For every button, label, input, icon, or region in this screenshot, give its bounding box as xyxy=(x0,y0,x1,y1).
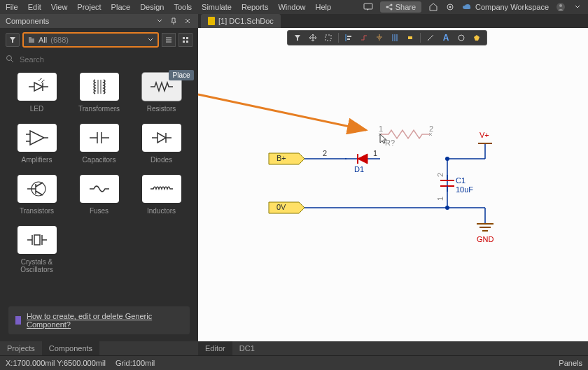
gnd-icon[interactable] xyxy=(372,31,386,44)
filter-row: All (688) xyxy=(0,28,198,52)
menu-window[interactable]: Window xyxy=(278,3,305,11)
menu-edit[interactable]: Edit xyxy=(28,3,41,11)
menu-place[interactable]: Place xyxy=(111,3,131,11)
polygon-icon[interactable] xyxy=(470,31,484,44)
close-icon[interactable] xyxy=(183,16,192,26)
svg-rect-17 xyxy=(15,316,21,325)
menu-reports[interactable]: Reports xyxy=(241,3,269,11)
component-inductors[interactable]: Inductors xyxy=(133,172,190,218)
bus-icon[interactable] xyxy=(388,31,402,44)
schematic-canvas[interactable]: 1 2 R? B+ 2 1 D1 0V xyxy=(198,28,588,341)
component-label: Diodes xyxy=(150,156,172,164)
line-icon[interactable] xyxy=(424,31,438,44)
menu-simulate[interactable]: Simulate xyxy=(202,3,232,11)
wire-icon[interactable] xyxy=(357,31,371,44)
filter-icon[interactable] xyxy=(6,33,20,47)
gear-icon[interactable] xyxy=(445,2,455,12)
move-icon[interactable] xyxy=(306,31,320,44)
menu-help[interactable]: Help xyxy=(316,3,332,11)
search-row xyxy=(0,52,198,70)
component-transformers[interactable]: Transformers xyxy=(71,70,127,115)
component-crystals[interactable]: Crystals & Oscillators xyxy=(8,223,65,276)
menu-view[interactable]: View xyxy=(51,3,68,11)
select-icon[interactable] xyxy=(321,31,335,44)
svg-rect-10 xyxy=(183,37,185,39)
menu-file[interactable]: File xyxy=(6,3,18,11)
chevron-down-icon[interactable] xyxy=(573,2,582,12)
component-label: Transformers xyxy=(78,105,120,113)
cursor-icon xyxy=(377,133,388,145)
tab-dc1[interactable]: DC1 xyxy=(232,341,262,355)
svg-rect-12 xyxy=(183,41,185,43)
svg-rect-49 xyxy=(408,36,412,39)
svg-rect-13 xyxy=(186,41,188,43)
canvas-area: [1] DC1.SchDoc 1 2 R? B+ xyxy=(198,14,588,341)
component-label: Crystals & Oscillators xyxy=(8,258,65,273)
component-icon[interactable] xyxy=(403,31,417,44)
port-0v[interactable] xyxy=(268,201,306,214)
comment-icon[interactable] xyxy=(363,2,373,12)
search-input[interactable] xyxy=(20,55,192,64)
component-transistors[interactable]: Transistors xyxy=(8,172,65,218)
help-link[interactable]: How to create, edit or delete Generic Co… xyxy=(8,306,190,334)
share-button[interactable]: Share xyxy=(380,1,421,13)
component-fuses[interactable]: Fuses xyxy=(71,172,127,218)
svg-line-50 xyxy=(428,35,433,41)
components-panel: Components All (688) xyxy=(0,14,198,341)
component-led[interactable]: LED xyxy=(8,70,65,115)
workspace-label: Company Workspace xyxy=(475,3,549,11)
menu-tools[interactable]: Tools xyxy=(174,3,192,11)
doc-tab-label: [1] DC1.SchDoc xyxy=(218,17,274,25)
svg-point-5 xyxy=(449,6,451,8)
tab-editor[interactable]: Editor xyxy=(198,341,232,355)
menu-project[interactable]: Project xyxy=(77,3,101,11)
list-view-icon[interactable] xyxy=(162,33,176,47)
circle-icon[interactable] xyxy=(454,31,468,44)
panel-dropdown-icon[interactable] xyxy=(155,16,164,26)
svg-rect-41 xyxy=(347,38,350,40)
svg-rect-16 xyxy=(34,235,40,245)
d1-pin1: 1 xyxy=(373,149,377,157)
share-label: Share xyxy=(396,3,416,11)
category-count: (688) xyxy=(50,36,69,44)
component-amplifiers[interactable]: Amplifiers xyxy=(8,121,65,166)
svg-line-18 xyxy=(198,94,366,130)
home-icon[interactable] xyxy=(428,2,438,12)
cloud-icon xyxy=(462,3,472,10)
wire xyxy=(304,158,346,159)
status-grid: Grid:100mil xyxy=(115,359,155,367)
component-label: Resistors xyxy=(147,105,176,113)
menu-design[interactable]: Design xyxy=(140,3,164,11)
search-icon xyxy=(6,55,15,64)
workspace-selector[interactable]: Company Workspace xyxy=(462,3,549,11)
text-icon[interactable]: A xyxy=(439,31,453,44)
doc-tab[interactable]: [1] DC1.SchDoc xyxy=(201,14,281,28)
port-bplus[interactable] xyxy=(268,152,306,165)
help-link-label: How to create, edit or delete Generic Co… xyxy=(27,312,184,329)
place-tooltip: Place xyxy=(169,70,193,80)
menubar: File Edit View Project Place Design Tool… xyxy=(0,0,588,14)
menu-left: File Edit View Project Place Design Tool… xyxy=(6,3,331,11)
filter-icon[interactable] xyxy=(290,31,304,44)
pin-icon[interactable] xyxy=(169,16,178,26)
bookmark-icon xyxy=(14,315,22,325)
tab-components[interactable]: Components xyxy=(42,341,99,355)
component-diodes[interactable]: Diodes xyxy=(133,121,190,166)
folder-icon xyxy=(28,36,35,43)
align-left-icon[interactable] xyxy=(342,31,356,44)
grid-view-icon[interactable] xyxy=(178,33,192,47)
statusbar: X:1700.000mil Y:6500.000mil Grid:100mil … xyxy=(0,355,588,370)
c1-pin1: 1 xyxy=(436,197,444,201)
menu-right: Share Company Workspace xyxy=(363,1,582,13)
component-label: Fuses xyxy=(90,207,108,215)
c1-val: 10uF xyxy=(456,185,473,194)
category-dropdown[interactable]: All (688) xyxy=(22,32,159,48)
user-avatar[interactable] xyxy=(556,2,566,12)
d1-ref: D1 xyxy=(354,165,364,173)
tab-projects[interactable]: Projects xyxy=(0,341,42,355)
component-resistors[interactable]: PlaceResistors xyxy=(133,70,190,115)
panel-title: Components xyxy=(6,17,49,25)
panels-button[interactable]: Panels xyxy=(559,359,582,367)
c1-pin2: 2 xyxy=(436,173,444,177)
component-capacitors[interactable]: Capacitors xyxy=(71,121,127,166)
